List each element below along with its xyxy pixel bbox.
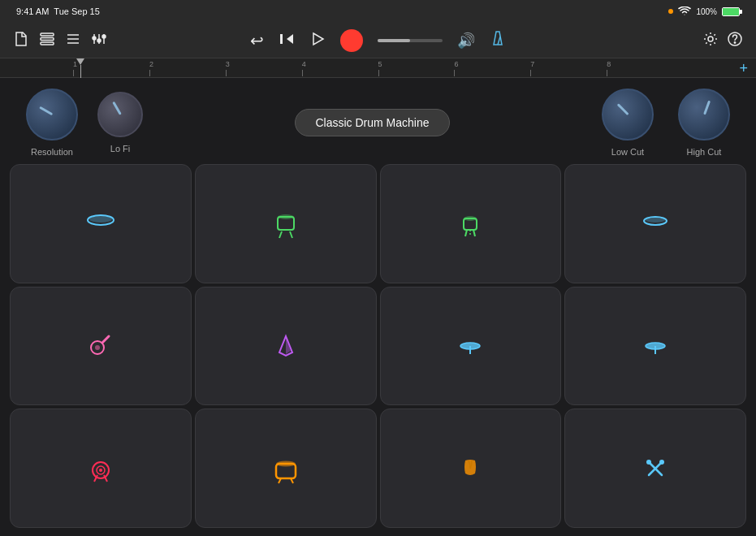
resolution-knob-group: Resolution — [26, 89, 78, 157]
svg-point-32 — [646, 218, 665, 223]
svg-rect-2 — [41, 42, 54, 45]
lowcut-knob[interactable] — [602, 89, 654, 140]
lofi-knob[interactable] — [97, 92, 143, 137]
add-track-button[interactable]: + — [739, 59, 748, 76]
pads-grid — [10, 164, 746, 528]
settings-icon[interactable] — [702, 31, 719, 50]
highcut-label: High Cut — [687, 147, 722, 157]
skip-back-button[interactable] — [279, 31, 295, 50]
play-button[interactable] — [309, 31, 326, 50]
ruler-mark-8: 8 — [607, 60, 683, 76]
svg-line-16 — [498, 37, 500, 45]
drum-pad-3[interactable] — [380, 164, 562, 283]
svg-point-19 — [734, 41, 735, 42]
svg-rect-0 — [41, 33, 54, 36]
svg-point-46 — [99, 469, 102, 472]
instrument-name-button[interactable]: Classic Drum Machine — [295, 109, 449, 136]
svg-point-9 — [97, 39, 101, 42]
drum-pad-8[interactable] — [564, 287, 746, 406]
lowcut-label: Low Cut — [611, 147, 644, 157]
ruler-mark-7: 7 — [530, 60, 607, 76]
drum-pad-7[interactable] — [380, 287, 562, 406]
drum-pad-6[interactable] — [195, 287, 377, 406]
status-bar: 9:41 AM Tue Sep 15 100% — [0, 0, 756, 23]
svg-line-24 — [279, 231, 282, 238]
svg-rect-13 — [280, 34, 283, 44]
status-time: 9:41 AM — [16, 6, 49, 16]
svg-line-29 — [473, 230, 475, 236]
drum-pad-12[interactable] — [564, 408, 746, 528]
resolution-knob[interactable] — [26, 89, 78, 140]
record-button[interactable] — [340, 29, 363, 52]
list-icon[interactable] — [65, 31, 81, 50]
drum-pad-2[interactable] — [195, 164, 377, 283]
lowcut-knob-group: Low Cut — [602, 89, 654, 157]
highcut-knob[interactable] — [678, 89, 730, 140]
ruler-mark-1: 1 — [73, 60, 149, 76]
lofi-knob-group: Lo Fi — [97, 92, 143, 153]
toolbar: ↩ 🔊 — [0, 23, 756, 58]
wifi-icon — [678, 6, 691, 16]
highcut-knob-group: High Cut — [678, 89, 730, 157]
file-icon[interactable] — [13, 31, 29, 50]
drum-pad-10[interactable] — [195, 408, 377, 528]
svg-point-11 — [102, 35, 106, 38]
svg-marker-12 — [287, 34, 293, 44]
ruler-mark-3: 3 — [226, 60, 302, 76]
volume-slider[interactable] — [378, 39, 443, 42]
svg-rect-1 — [41, 37, 54, 40]
svg-marker-14 — [313, 33, 323, 45]
battery-percent: 100% — [696, 7, 717, 16]
status-date: Tue Sep 15 — [54, 6, 99, 16]
instrument-name-area: Classic Drum Machine — [143, 109, 602, 136]
eq-icon[interactable] — [91, 31, 107, 50]
ruler-mark-6: 6 — [454, 60, 530, 76]
svg-point-35 — [95, 345, 100, 350]
undo-button[interactable]: ↩ — [250, 31, 264, 50]
help-icon[interactable] — [727, 31, 743, 50]
main-content: Resolution Lo Fi Classic Drum Machine Lo… — [0, 78, 756, 536]
drum-pad-11[interactable] — [380, 408, 562, 528]
svg-point-27 — [464, 216, 477, 221]
svg-point-21 — [89, 216, 112, 223]
svg-line-28 — [465, 230, 467, 236]
svg-line-34 — [102, 336, 109, 343]
tracks-icon[interactable] — [39, 31, 55, 50]
svg-point-23 — [278, 214, 294, 219]
timeline-ruler: 12345678 + — [0, 58, 756, 78]
resolution-label: Resolution — [31, 147, 73, 157]
svg-point-54 — [659, 460, 664, 465]
svg-point-7 — [93, 37, 96, 40]
status-dot — [668, 9, 673, 14]
drum-pad-1[interactable] — [10, 164, 192, 283]
speaker-icon: 🔊 — [457, 32, 475, 50]
svg-line-25 — [290, 231, 292, 238]
right-knobs: Low Cut High Cut — [602, 89, 730, 157]
knobs-area: Resolution Lo Fi Classic Drum Machine Lo… — [10, 86, 746, 159]
battery-icon — [722, 7, 740, 16]
svg-point-48 — [276, 460, 296, 466]
drum-pad-5[interactable] — [10, 287, 192, 406]
drum-pad-9[interactable] — [10, 408, 192, 528]
metronome-icon[interactable] — [490, 30, 506, 50]
svg-point-53 — [646, 460, 651, 465]
ruler-mark-5: 5 — [378, 60, 455, 76]
lofi-label: Lo Fi — [110, 144, 130, 153]
ruler-mark-4: 4 — [302, 60, 378, 76]
drum-pad-4[interactable] — [564, 164, 746, 283]
ruler-mark-2: 2 — [149, 60, 226, 76]
svg-point-17 — [708, 37, 713, 41]
